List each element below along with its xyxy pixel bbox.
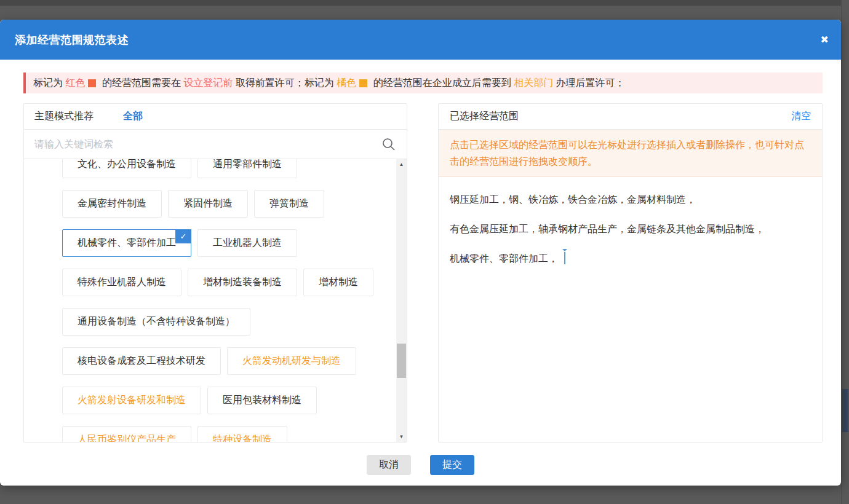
dialog-body: 主题模式推荐 全部 文化、办公用设备制造通用零部件制造金属密封件制造紧固件制造弹… (23, 103, 823, 443)
tag-row: 人民币鉴别仪产品生产特种设备制造 (62, 426, 407, 442)
scope-tag[interactable]: 特殊作业机器人制造 (62, 269, 181, 296)
selected-scopes-text[interactable]: 钢压延加工，钢、铁冶炼，铁合金冶炼，金属材料制造，有色金属压延加工，轴承钢材产品… (439, 177, 822, 442)
tag-row: 机械零件、零部件加工✓工业机器人制造 (62, 229, 407, 257)
legend-text-segment: 标记为 (33, 77, 65, 90)
scope-tag[interactable]: 特种设备制造 (197, 426, 287, 442)
selected-scope-line[interactable]: 有色金属压延加工，轴承钢材产品生产，金属链条及其他金属制品制造， (450, 222, 811, 236)
scope-tag[interactable]: 火箭发动机研发与制造 (227, 347, 356, 375)
scope-tag-list-inner: 文化、办公用设备制造通用零部件制造金属密封件制造紧固件制造弹簧制造机械零件、零部… (62, 159, 407, 442)
list-scrollbar[interactable]: ▲ ▼ (396, 159, 407, 442)
scope-tag[interactable]: 人民币鉴别仪产品生产 (62, 426, 191, 442)
submit-button[interactable]: 提交 (430, 455, 474, 475)
scope-picker-panel: 主题模式推荐 全部 文化、办公用设备制造通用零部件制造金属密封件制造紧固件制造弹… (23, 103, 407, 443)
tag-row: 特殊作业机器人制造增材制造装备制造增材制造 (62, 269, 407, 296)
scope-tag[interactable]: 增材制造装备制造 (188, 269, 297, 296)
legend-text-segment: 设立登记前 (183, 77, 233, 90)
tag-row: 文化、办公用设备制造通用零部件制造 (62, 159, 407, 178)
scope-tag[interactable]: 金属密封件制造 (62, 190, 162, 218)
scope-tag[interactable]: 紧固件制造 (168, 190, 248, 218)
selected-scopes-title: 已选择经营范围 (450, 110, 519, 123)
search-input[interactable] (24, 130, 407, 159)
legend-text-segment: 橘色 (337, 77, 356, 90)
legend-text-segment: 红色 (65, 77, 85, 90)
scope-tag[interactable]: 火箭发射设备研发和制造 (62, 387, 201, 414)
selected-scopes-header: 已选择经营范围 清空 (439, 104, 822, 130)
legend-text-segment: 取得前置许可；标记为 (233, 77, 337, 90)
scope-tag[interactable]: 核电设备成套及工程技术研发 (62, 347, 221, 375)
dialog-title: 添加经营范围规范表述 (15, 33, 129, 47)
dialog-footer: 取消 提交 (0, 455, 841, 475)
legend-text-segment: 办理后置许可； (553, 77, 624, 90)
page-scrollbar-thumb[interactable] (842, 389, 848, 432)
check-badge-icon: ✓ (175, 229, 191, 243)
add-business-scope-dialog: 添加经营范围规范表述 ✖ 标记为 红色 的经营范围需要在 设立登记前 取得前置许… (0, 20, 841, 486)
search-bar (24, 130, 407, 159)
tag-row: 火箭发射设备研发和制造医用包装材料制造 (62, 387, 407, 414)
color-legend-notice: 标记为 红色 的经营范围需要在 设立登记前 取得前置许可；标记为 橘色 的经营范… (23, 73, 823, 93)
scope-tag[interactable]: 弹簧制造 (254, 190, 324, 218)
list-scrollbar-thumb[interactable] (397, 344, 406, 378)
tab-all[interactable]: 全部 (123, 110, 143, 123)
browser-top-strip (0, 0, 849, 6)
legend-text-segment: 相关部门 (514, 77, 553, 90)
scope-tag[interactable]: 通用零部件制造 (197, 159, 297, 178)
cancel-button[interactable]: 取消 (367, 455, 411, 475)
scope-tag[interactable]: 通用设备制造（不含特种设备制造） (62, 308, 250, 336)
tag-row: 金属密封件制造紧固件制造弹簧制造 (62, 190, 407, 218)
tag-row: 核电设备成套及工程技术研发火箭发动机研发与制造 (62, 347, 407, 375)
scope-tag[interactable]: 文化、办公用设备制造 (62, 159, 191, 178)
selected-scopes-panel: 已选择经营范围 清空 点击已选择区域的经营范围可以在光标处进行选择插入或者删除操… (438, 103, 823, 443)
tag-row: 通用设备制造（不含特种设备制造） (62, 308, 407, 336)
close-icon[interactable]: ✖ (821, 35, 829, 45)
scroll-up-icon[interactable]: ▲ (396, 162, 407, 167)
scope-tag[interactable]: 医用包装材料制造 (207, 387, 317, 414)
scope-tag-list: 文化、办公用设备制造通用零部件制造金属密封件制造紧固件制造弹簧制造机械零件、零部… (24, 159, 407, 442)
scope-tag[interactable]: 工业机器人制造 (197, 229, 297, 257)
picker-tabs: 主题模式推荐 全部 (24, 104, 407, 130)
legend-text-segment: 的经营范围需要在 (99, 77, 183, 90)
selected-scope-line[interactable]: 钢压延加工，钢、铁冶炼，铁合金冶炼，金属材料制造， (450, 193, 811, 207)
scope-tag[interactable]: 增材制造 (303, 269, 373, 296)
text-cursor (564, 252, 565, 264)
page-scrollbar[interactable] (841, 0, 849, 504)
scope-tag[interactable]: 机械零件、零部件加工✓ (62, 229, 191, 257)
legend-square-icon (359, 79, 367, 87)
clear-all-link[interactable]: 清空 (791, 110, 811, 123)
legend-square-icon (88, 79, 96, 87)
tab-theme-mode[interactable]: 主题模式推荐 (34, 110, 94, 123)
selected-scope-line[interactable]: 机械零件、零部件加工， (450, 252, 811, 266)
dialog-header: 添加经营范围规范表述 ✖ (0, 20, 841, 60)
selected-scopes-hint: 点击已选择区域的经营范围可以在光标处进行选择插入或者删除操作，也可针对点击的经营… (439, 130, 822, 177)
scroll-down-icon[interactable]: ▼ (396, 434, 407, 439)
search-icon[interactable] (381, 137, 396, 152)
legend-text-segment: 的经营范围在企业成立后需要到 (370, 77, 514, 90)
